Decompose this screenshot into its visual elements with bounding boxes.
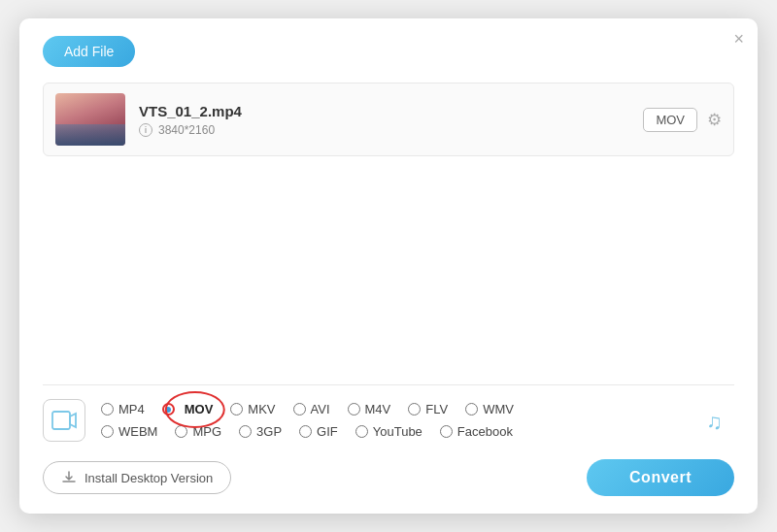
format-badge[interactable]: MOV [643, 108, 697, 132]
format-option-mp4[interactable]: MP4 [101, 402, 162, 416]
file-item: VTS_01_2.mp4 i 3840*2160 MOV ⚙ [43, 83, 734, 156]
file-actions: MOV ⚙ [643, 108, 722, 132]
format-option-gif[interactable]: GIF [299, 424, 355, 439]
format-label-mpg: MPG [192, 424, 221, 439]
audio-format-icon: ♫ [699, 403, 734, 438]
radio-avi[interactable] [293, 403, 306, 416]
header-row: Add File [43, 36, 734, 67]
radio-mkv[interactable] [230, 403, 243, 416]
format-label-youtube: YouTube [373, 424, 422, 439]
format-label-mp4: MP4 [118, 402, 145, 416]
format-option-webm[interactable]: WEBM [101, 424, 175, 439]
format-option-facebook[interactable]: Facebook [440, 424, 530, 439]
radio-m4v[interactable] [348, 403, 360, 416]
format-options-container: MP4 MOV MKV AVI M4V [101, 402, 690, 439]
file-resolution: 3840*2160 [158, 123, 215, 137]
install-label: Install Desktop Version [84, 471, 213, 485]
format-option-m4v[interactable]: M4V [348, 402, 409, 416]
radio-youtube[interactable] [355, 425, 368, 438]
radio-webm[interactable] [101, 425, 114, 438]
video-format-icon [43, 399, 85, 442]
spacer [43, 170, 734, 384]
format-option-youtube[interactable]: YouTube [355, 424, 440, 439]
download-icon [61, 470, 77, 485]
format-label-webm: WEBM [118, 424, 157, 439]
svg-text:♫: ♫ [706, 410, 723, 434]
format-label-flv: FLV [425, 402, 448, 416]
radio-3gp[interactable] [239, 425, 252, 438]
convert-button[interactable]: Convert [587, 459, 734, 496]
thumb-overlay [55, 124, 125, 146]
radio-mp4[interactable] [101, 403, 114, 416]
add-file-button[interactable]: Add File [43, 36, 135, 67]
radio-flv[interactable] [408, 403, 421, 416]
radio-mpg[interactable] [175, 425, 187, 438]
format-label-mov: MOV [185, 402, 214, 416]
format-label-avi: AVI [311, 402, 330, 416]
radio-wmv[interactable] [465, 403, 478, 416]
format-label-gif: GIF [317, 424, 338, 439]
format-option-avi[interactable]: AVI [293, 402, 348, 416]
settings-button[interactable]: ⚙ [707, 110, 722, 130]
format-option-mpg[interactable]: MPG [175, 424, 239, 439]
file-info: VTS_01_2.mp4 i 3840*2160 [139, 103, 643, 137]
format-row-2: WEBM MPG 3GP GIF YouTube [101, 424, 690, 439]
file-meta: i 3840*2160 [139, 123, 643, 137]
format-label-wmv: WMV [483, 402, 514, 416]
format-option-flv[interactable]: FLV [408, 402, 465, 416]
svg-rect-0 [52, 412, 70, 429]
info-icon: i [139, 123, 152, 137]
format-option-mov[interactable]: MOV [162, 402, 231, 416]
close-button[interactable]: × [733, 30, 744, 48]
radio-gif[interactable] [299, 425, 312, 438]
footer-row: Install Desktop Version Convert [43, 449, 734, 496]
format-option-wmv[interactable]: WMV [465, 402, 531, 416]
radio-mov-selected [162, 403, 175, 416]
format-bar: MP4 MOV MKV AVI M4V [43, 384, 734, 442]
format-label-facebook: Facebook [457, 424, 513, 439]
file-name: VTS_01_2.mp4 [139, 103, 643, 119]
file-thumbnail [55, 93, 125, 146]
format-label-3gp: 3GP [256, 424, 282, 439]
format-label-m4v: M4V [365, 402, 391, 416]
install-desktop-button[interactable]: Install Desktop Version [43, 461, 231, 494]
format-row-1: MP4 MOV MKV AVI M4V [101, 402, 690, 416]
main-dialog: × Add File VTS_01_2.mp4 i 3840*2160 MOV … [19, 18, 758, 514]
radio-facebook[interactable] [440, 425, 453, 438]
format-label-mkv: MKV [248, 402, 275, 416]
svg-marker-1 [70, 414, 76, 427]
format-option-mkv[interactable]: MKV [230, 402, 292, 416]
format-option-3gp[interactable]: 3GP [239, 424, 299, 439]
